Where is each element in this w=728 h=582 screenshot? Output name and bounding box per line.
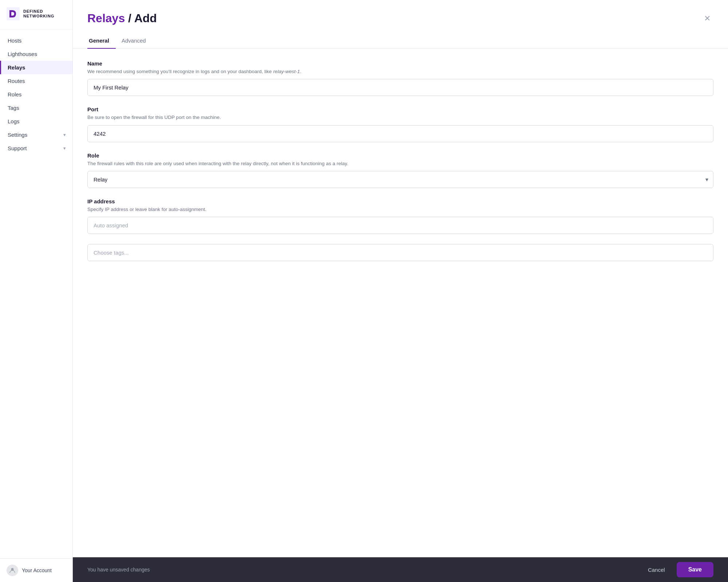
title-relays: Relays — [87, 12, 125, 25]
sidebar-item-support[interactable]: Support ▾ — [0, 141, 72, 155]
tags-section — [87, 244, 713, 261]
form-body: Name We recommend using something you'll… — [73, 49, 728, 315]
title-add: Add — [134, 12, 157, 25]
port-description: Be sure to open the firewall for this UD… — [87, 114, 713, 121]
logo: DEFINED NETWORKING — [0, 0, 72, 29]
account-label: Your Account — [22, 567, 52, 573]
name-input[interactable] — [87, 79, 713, 96]
bar-actions: Cancel Save — [642, 562, 713, 577]
svg-rect-0 — [7, 7, 20, 20]
page-header: Relays / Add ✕ — [73, 0, 728, 25]
ip-label: IP address — [87, 198, 713, 204]
main-content: Relays / Add ✕ General Advanced Name We … — [73, 0, 728, 582]
sidebar-item-roles[interactable]: Roles — [0, 88, 72, 101]
bottom-bar: You have unsaved changes Cancel Save — [73, 557, 728, 582]
role-select[interactable]: Relay Default Custom — [87, 171, 713, 188]
account-footer[interactable]: Your Account — [0, 558, 72, 582]
role-section: Role The firewall rules with this role a… — [87, 152, 713, 188]
avatar — [7, 565, 18, 576]
sidebar-item-hosts[interactable]: Hosts — [0, 34, 72, 47]
role-description: The firewall rules with this role are on… — [87, 160, 713, 167]
tab-bar: General Advanced — [73, 25, 728, 49]
name-section: Name We recommend using something you'll… — [87, 60, 713, 96]
cancel-button[interactable]: Cancel — [642, 564, 671, 576]
logo-text: DEFINED NETWORKING — [23, 9, 54, 19]
sidebar-item-tags[interactable]: Tags — [0, 101, 72, 115]
ip-description: Specify IP address or leave blank for au… — [87, 206, 713, 213]
name-example: relay-west-1 — [273, 69, 300, 74]
sidebar-item-lighthouses[interactable]: Lighthouses — [0, 47, 72, 61]
tab-general[interactable]: General — [87, 34, 116, 49]
title-separator: / — [125, 12, 134, 25]
port-section: Port Be sure to open the firewall for th… — [87, 106, 713, 142]
sidebar-item-settings[interactable]: Settings ▾ — [0, 128, 72, 141]
close-icon: ✕ — [704, 14, 711, 23]
support-chevron-icon: ▾ — [63, 146, 66, 151]
name-description: We recommend using something you'll reco… — [87, 68, 713, 75]
close-button[interactable]: ✕ — [701, 12, 713, 25]
tab-advanced[interactable]: Advanced — [120, 34, 153, 49]
unsaved-changes-label: You have unsaved changes — [87, 567, 150, 573]
port-label: Port — [87, 106, 713, 112]
port-input[interactable] — [87, 125, 713, 142]
sidebar-item-logs[interactable]: Logs — [0, 115, 72, 128]
sidebar: DEFINED NETWORKING Hosts Lighthouses Rel… — [0, 0, 73, 582]
role-select-wrap: Relay Default Custom ▾ — [87, 171, 713, 188]
sidebar-item-routes[interactable]: Routes — [0, 74, 72, 88]
name-label: Name — [87, 60, 713, 67]
save-button[interactable]: Save — [677, 562, 713, 577]
role-label: Role — [87, 152, 713, 159]
tags-input[interactable] — [87, 244, 713, 261]
settings-chevron-icon: ▾ — [63, 132, 66, 137]
logo-icon — [7, 7, 20, 20]
ip-section: IP address Specify IP address or leave b… — [87, 198, 713, 234]
page-title: Relays / Add — [87, 12, 157, 25]
sidebar-nav: Hosts Lighthouses Relays Routes Roles Ta… — [0, 29, 72, 558]
sidebar-item-relays[interactable]: Relays — [0, 61, 72, 74]
ip-input[interactable] — [87, 217, 713, 234]
